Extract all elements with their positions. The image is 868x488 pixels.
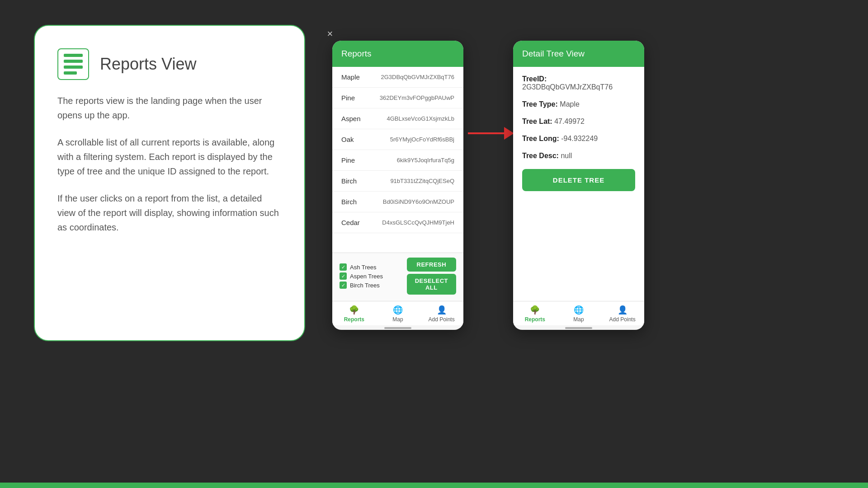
detail-nav-item-map[interactable]: 🌐Map	[563, 305, 594, 323]
icon-line-3	[64, 66, 83, 69]
report-item[interactable]: Pine6kik9Y5JoqIrfuraTq5g	[332, 150, 463, 171]
detail-value: 2G3DBqQbGVMJrZXBqT76	[522, 83, 613, 91]
nav-label: Add Points	[429, 316, 455, 323]
detail-field: Tree Desc: null	[522, 152, 635, 160]
report-type: Cedar	[341, 219, 360, 226]
report-type: Maple	[341, 73, 360, 81]
report-item[interactable]: Pine362DEYm3vFOPggbPAUwP	[332, 88, 463, 108]
nav-icon: 🌳	[530, 305, 540, 315]
nav-item-reports[interactable]: 🌳Reports	[338, 305, 370, 323]
reports-phone-body: Maple2G3DBqQbGVMJrZXBqT76Pine362DEYm3vFO…	[332, 67, 463, 253]
nav-label: Reports	[525, 316, 545, 323]
report-item[interactable]: Birch91bT331tZZitqCQjESeQ	[332, 171, 463, 192]
icon-line-4	[64, 71, 77, 75]
report-id: 4GBLxseVcoG1XsjmzkLb	[387, 115, 454, 122]
refresh-button[interactable]: REFRESH	[407, 258, 456, 272]
detail-phone-header: Detail Tree View	[513, 41, 644, 67]
detail-field: TreeID: 2G3DBqQbGVMJrZXBqT76	[522, 75, 635, 91]
detail-scrollbar-indicator	[565, 327, 592, 329]
reports-view-icon	[57, 48, 89, 80]
icon-line-2	[64, 60, 83, 63]
detail-value: Maple	[560, 100, 580, 108]
report-id: D4xsGLSCcQvQJHM9TjeH	[382, 219, 454, 226]
report-item[interactable]: Oak5r6YMyjOcFoYdRf6sBBj	[332, 129, 463, 150]
report-id: 5r6YMyjOcFoYdRf6sBBj	[390, 136, 454, 143]
report-type: Birch	[341, 198, 357, 206]
card-body: The reports view is the landing page whe…	[57, 94, 282, 235]
nav-icon: 🌐	[393, 305, 403, 315]
detail-phone-nav: 🌳Reports🌐Map👤Add Points	[513, 301, 644, 325]
arrow-line	[468, 132, 504, 134]
detail-label: Tree Desc:	[522, 152, 559, 160]
bottom-bar	[0, 483, 868, 488]
reports-phone: Reports Maple2G3DBqQbGVMJrZXBqT76Pine362…	[332, 41, 463, 330]
checkbox-label: Aspen Trees	[350, 273, 383, 280]
detail-value: -94.932249	[561, 135, 598, 142]
checkbox-label: Birch Trees	[350, 282, 380, 289]
detail-field: Tree Type: Maple	[522, 100, 635, 108]
detail-label: Tree Lat:	[522, 117, 552, 125]
checkbox-box: ✓	[340, 272, 347, 280]
report-item[interactable]: Aspen4GBLxseVcoG1XsjmzkLb	[332, 108, 463, 129]
filter-row: ✓Ash Trees✓Aspen Trees✓Birch Trees REFRE…	[340, 258, 456, 295]
nav-label: Reports	[344, 316, 364, 323]
report-item[interactable]: BirchBd0iSiND9Y6o9OnMZOUP	[332, 192, 463, 212]
report-type: Oak	[341, 136, 354, 143]
card-title: Reports View	[100, 55, 196, 74]
reports-phone-nav: 🌳Reports🌐Map👤Add Points	[332, 301, 463, 325]
detail-label: Tree Type:	[522, 100, 558, 108]
filter-checkbox[interactable]: ✓Birch Trees	[340, 282, 383, 289]
info-card: Reports View The reports view is the lan…	[34, 25, 305, 341]
report-type: Pine	[341, 156, 355, 164]
detail-nav-item-reports[interactable]: 🌳Reports	[519, 305, 551, 323]
report-list: Maple2G3DBqQbGVMJrZXBqT76Pine362DEYm3vFO…	[332, 67, 463, 233]
nav-icon: 🌐	[574, 305, 584, 315]
report-id: 2G3DBqQbGVMJrZXBqT76	[381, 74, 454, 80]
filter-checkbox[interactable]: ✓Aspen Trees	[340, 272, 383, 280]
filter-buttons: REFRESH DESELECT ALL	[407, 258, 456, 295]
scrollbar-indicator	[384, 327, 411, 329]
filter-section: ✓Ash Trees✓Aspen Trees✓Birch Trees REFRE…	[332, 253, 463, 301]
nav-item-add-points[interactable]: 👤Add Points	[426, 305, 458, 323]
arrow-head	[504, 127, 514, 140]
checkbox-box: ✓	[340, 263, 347, 271]
checkbox-label: Ash Trees	[350, 264, 377, 271]
icon-line-1	[64, 54, 83, 57]
card-paragraph-2: A scrollable list of all current reports…	[57, 135, 282, 178]
report-item[interactable]: CedarD4xsGLSCcQvQJHM9TjeH	[332, 212, 463, 233]
detail-phone: Detail Tree View TreeID: 2G3DBqQbGVMJrZX…	[513, 41, 644, 330]
report-id: 6kik9Y5JoqIrfuraTq5g	[397, 157, 454, 164]
report-item[interactable]: Maple2G3DBqQbGVMJrZXBqT76	[332, 67, 463, 88]
card-paragraph-1: The reports view is the landing page whe…	[57, 94, 282, 122]
checkbox-box: ✓	[340, 282, 347, 289]
report-type: Birch	[341, 177, 357, 185]
nav-icon: 👤	[437, 305, 447, 315]
detail-nav-item-add-points[interactable]: 👤Add Points	[607, 305, 638, 323]
card-paragraph-3: If the user clicks on a report from the …	[57, 191, 282, 235]
filter-checkboxes: ✓Ash Trees✓Aspen Trees✓Birch Trees	[340, 263, 383, 289]
report-type: Aspen	[341, 115, 361, 122]
detail-label: TreeID:	[522, 75, 547, 83]
detail-value: 47.49972	[554, 117, 585, 125]
report-id: 91bT331tZZitqCQjESeQ	[390, 178, 454, 184]
nav-icon: 👤	[618, 305, 627, 315]
card-header: Reports View	[57, 48, 282, 80]
detail-field: Tree Long: -94.932249	[522, 135, 635, 143]
detail-phone-body: TreeID: 2G3DBqQbGVMJrZXBqT76Tree Type: M…	[513, 67, 644, 301]
report-type: Pine	[341, 94, 355, 102]
reports-phone-header: Reports	[332, 41, 463, 67]
nav-item-map[interactable]: 🌐Map	[382, 305, 414, 323]
nav-icon: 🌳	[349, 305, 359, 315]
nav-label: Map	[392, 316, 403, 323]
detail-field: Tree Lat: 47.49972	[522, 117, 635, 126]
detail-label: Tree Long:	[522, 135, 559, 142]
filter-checkbox[interactable]: ✓Ash Trees	[340, 263, 383, 271]
report-id: 362DEYm3vFOPggbPAUwP	[380, 94, 454, 101]
delete-tree-button[interactable]: DELETE TREE	[522, 169, 635, 191]
deselect-all-button[interactable]: DESELECT ALL	[407, 274, 456, 295]
report-id: Bd0iSiND9Y6o9OnMZOUP	[383, 198, 454, 205]
nav-label: Add Points	[609, 316, 636, 323]
close-button[interactable]: ×	[321, 25, 339, 43]
detail-value: null	[561, 152, 572, 160]
nav-label: Map	[573, 316, 584, 323]
